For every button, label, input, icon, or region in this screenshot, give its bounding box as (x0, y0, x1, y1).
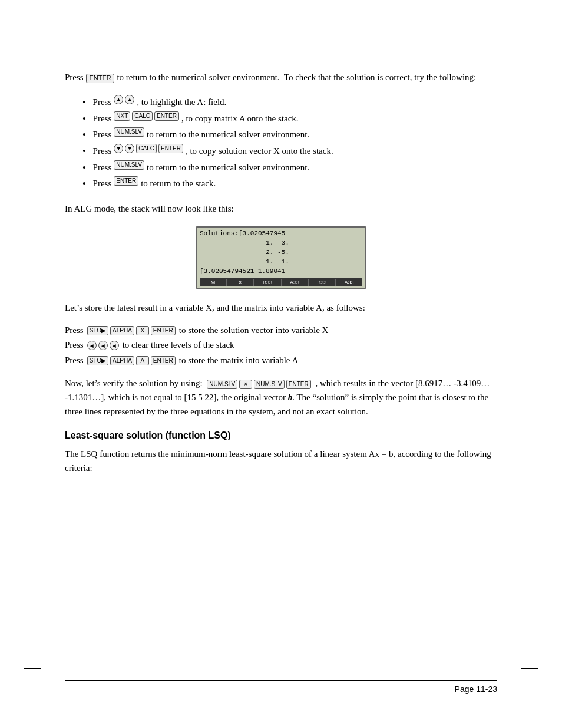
page-number: Page 11-23 (455, 684, 497, 694)
verify-paragraph: Now, let’s verify the solution by using:… (65, 376, 497, 419)
num-slv-verify: NUM.SLV (207, 380, 237, 389)
down-arrow-key-1: ▼ (114, 144, 123, 153)
store-line-2: Press ◄ ◄ ◄ to clear three levels of the… (65, 338, 497, 353)
alpha-key-1: ALPHA (110, 326, 134, 335)
key-combo-4: ▼ ▼ CALC ENTER (113, 144, 184, 153)
up-arrow-key-1: ▲ (114, 95, 123, 104)
softkey-m: M (200, 279, 227, 286)
key-combo-3: NUM.SLV (113, 127, 145, 137)
store-line-1: Press STO▶ ALPHA X ENTER to store the so… (65, 323, 497, 338)
key-combo-6: ENTER (113, 176, 139, 186)
bullet-item-3: Press NUM.SLV to return to the numerical… (82, 127, 497, 143)
verify-combo: NUM.SLV × NUM.SLV ENTER (206, 380, 311, 389)
page-content: Press ENTER to return to the numerical s… (0, 0, 562, 534)
back-arrow-1: ◄ (87, 341, 97, 350)
store-combo-2: ◄ ◄ ◄ (87, 341, 120, 350)
bullet-item-5: Press NUM.SLV to return to the numerical… (82, 160, 497, 176)
times-key: × (239, 380, 252, 389)
enter-key-s2: ENTER (151, 356, 176, 365)
store-combo-3: STO▶ ALPHA A ENTER (87, 356, 176, 365)
bullet-item-2: Press NXT CALC ENTER , to copy matrix A … (82, 111, 497, 127)
bullet-list: Press ▲▲ , to highlight the A: field. Pr… (82, 95, 497, 192)
softkey-bar: M X B33 A33 B33 A33 (200, 278, 362, 286)
screen-line-1: Solutions:[3.020547945 (200, 229, 362, 239)
screen-line-5: [3.02054794521 1.89041 (200, 267, 362, 276)
enter-key-3: ENTER (114, 176, 138, 186)
softkey-a33-2: A33 (336, 279, 362, 286)
num-slv-verify-2: NUM.SLV (254, 380, 285, 389)
softkey-x: X (227, 279, 254, 286)
back-arrow-2: ◄ (98, 341, 108, 350)
key-combo-2: NXT CALC ENTER (113, 111, 180, 121)
sto-key-1: STO▶ (87, 326, 108, 335)
screen-line-3: 2. -5. (200, 248, 362, 258)
page-container: Press ENTER to return to the numerical s… (0, 0, 562, 728)
softkey-a33: A33 (282, 279, 309, 286)
intro-paragraph: Press ENTER to return to the numerical s… (65, 71, 497, 84)
calc-key-1: CALC (132, 111, 153, 121)
bold-b: b (288, 393, 293, 402)
store-line-3: Press STO▶ ALPHA A ENTER to store the ma… (65, 353, 497, 368)
sto-key-2: STO▶ (87, 356, 108, 365)
enter-verify: ENTER (286, 380, 311, 389)
screen-line-4: -1. 1. (200, 258, 362, 267)
key-combo-1: ▲▲ (113, 95, 135, 104)
screen-line-2: 1. 3. (200, 239, 362, 248)
calculator-screen: Solutions:[3.020547945 1. 3. 2. -5. -1. … (196, 226, 366, 289)
corner-mark-br (521, 651, 538, 669)
softkey-b33: B33 (254, 279, 281, 286)
x-key-1: X (136, 326, 149, 335)
enter-key-s1: ENTER (151, 326, 176, 335)
bullet-item-1: Press ▲▲ , to highlight the A: field. (82, 95, 497, 110)
screen-wrapper: Solutions:[3.020547945 1. 3. 2. -5. -1. … (65, 226, 497, 289)
alg-mode-text: In ALG mode, the stack will now look lik… (65, 202, 497, 216)
nxt-key: NXT (114, 111, 130, 121)
corner-mark-tr (521, 24, 538, 41)
corner-mark-bl (24, 651, 41, 669)
back-arrow-3: ◄ (110, 341, 119, 350)
a-key-1: A (136, 356, 149, 365)
enter-key-intro: ENTER (86, 74, 114, 83)
corner-mark-tl (24, 24, 41, 41)
store-combo-1: STO▶ ALPHA X ENTER (87, 326, 176, 335)
bullet-item-4: Press ▼ ▼ CALC ENTER , to copy solution … (82, 144, 497, 159)
section-heading-lsq: Least-square solution (function LSQ) (65, 430, 497, 441)
lsq-body: The LSQ function returns the minimum-nor… (65, 447, 497, 475)
softkey-b33-2: B33 (309, 279, 336, 286)
up-arrow-key-2: ▲ (125, 95, 134, 104)
store-intro: Let’s store the latest result in a varia… (65, 301, 497, 315)
footer-line (65, 680, 497, 681)
key-combo-5: NUM.SLV (113, 160, 145, 170)
enter-key-1: ENTER (154, 111, 179, 121)
enter-key-2: ENTER (158, 144, 183, 153)
num-solv-key-2: NUM.SLV (114, 160, 144, 170)
store-section: Press STO▶ ALPHA X ENTER to store the so… (65, 323, 497, 368)
alpha-key-2: ALPHA (110, 356, 134, 365)
calc-key-2: CALC (136, 144, 157, 153)
num-solv-key-1: NUM.SLV (114, 127, 144, 137)
down-arrow-key-2: ▼ (125, 144, 134, 153)
bullet-item-6: Press ENTER to return to the stack. (82, 176, 497, 192)
